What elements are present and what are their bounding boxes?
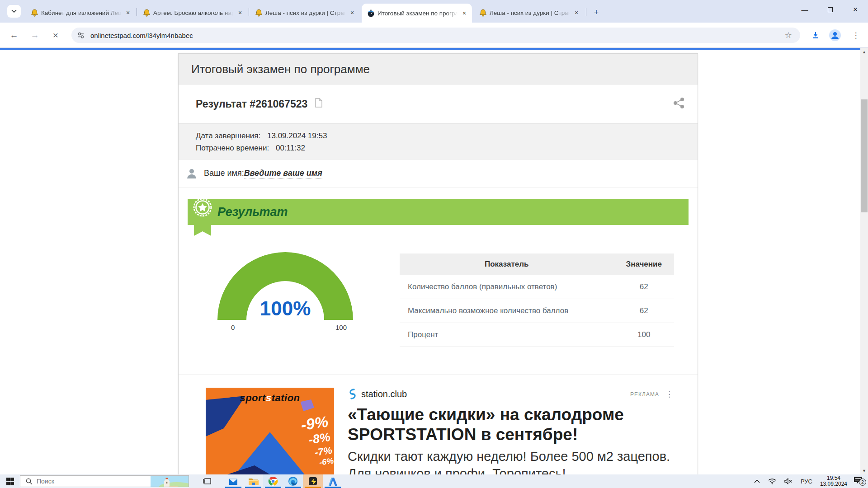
ad-headline[interactable]: «Тающие скидки» на скалодроме SPORTSTATI…: [348, 405, 624, 444]
browser-menu-button[interactable]: ⋮: [849, 28, 863, 42]
address-bar[interactable]: onlinetestpad.com/l34ylm4nbabec ☆: [71, 28, 800, 43]
back-button[interactable]: ←: [7, 28, 21, 42]
profile-avatar-icon: [829, 29, 841, 41]
window-minimize-button[interactable]: —: [792, 0, 817, 19]
finish-date-row: Дата завершения: 13.09.2024 19:53: [196, 130, 698, 142]
window-maximize-button[interactable]: [817, 0, 843, 19]
logo-part: s: [266, 392, 272, 404]
search-highlight-image[interactable]: [151, 476, 189, 487]
time-spent-value: 00:11:32: [276, 144, 305, 152]
taskbar-app-mail[interactable]: [223, 474, 243, 488]
windows-logo-icon: [6, 478, 14, 485]
tab-close-icon[interactable]: ×: [572, 9, 580, 17]
ad-headline-line: «Тающие скидки» на скалодроме: [348, 405, 624, 425]
result-number: Результат #261067523: [196, 98, 307, 110]
tab-1[interactable]: Кабинет для изложений Леша ×: [25, 5, 136, 21]
sportstation-logo: sportstation: [206, 392, 334, 404]
ad-body-text: Скидки тают каждую неделю! Более 500 м2 …: [348, 448, 670, 474]
start-button[interactable]: [0, 474, 20, 488]
taskbar-app-a[interactable]: [323, 474, 343, 488]
chevron-down-icon: [11, 9, 17, 13]
taskbar-app-edge[interactable]: [283, 474, 303, 488]
result-banner: Результат: [188, 199, 689, 225]
tray-expand-button[interactable]: [750, 474, 764, 488]
profile-button[interactable]: [828, 28, 842, 42]
task-view-button[interactable]: [197, 474, 217, 488]
downloads-button[interactable]: [809, 28, 822, 42]
row-label: Процент: [400, 330, 613, 339]
scroll-down-button[interactable]: ▼: [860, 467, 868, 474]
stop-loading-button[interactable]: ×: [49, 28, 62, 42]
person-icon: [186, 168, 198, 179]
taskbar-app-chrome[interactable]: [263, 474, 283, 488]
tab-close-icon[interactable]: ×: [460, 9, 468, 17]
browser-tabstrip: Кабинет для изложений Леша × Артем. Брос…: [0, 0, 868, 23]
table-row: Процент 100: [400, 323, 674, 347]
ad-image[interactable]: sportstation -9% -8% -7% -6% ТАЮЩИЕ СКИД…: [206, 388, 334, 474]
search-icon: [26, 478, 33, 485]
download-icon: [811, 31, 820, 40]
page-scrollbar[interactable]: ▲ ▼: [860, 48, 868, 474]
ad-headline-line: SPORTSTATION в сентябре!: [348, 425, 624, 445]
volume-button[interactable]: [780, 474, 797, 488]
ad-menu-icon[interactable]: ⋮: [665, 389, 673, 399]
webpage-viewport: Итоговый экзамен по программе Результат …: [0, 48, 868, 474]
tab-close-icon[interactable]: ×: [236, 9, 244, 17]
row-label: Максимально возможное количество баллов: [400, 306, 613, 315]
ad-body-line: Скидки тают каждую неделю! Более 500 м2 …: [348, 448, 670, 465]
maximize-icon: [828, 7, 833, 12]
windows-taskbar: РУС 19:54 13.09.2024 2: [0, 474, 868, 488]
network-button[interactable]: [764, 474, 780, 488]
gauge-min-label: 0: [231, 324, 235, 331]
taskbar-app-file-explorer[interactable]: [243, 474, 263, 488]
result-header-row: Результат #261067523: [179, 84, 698, 123]
page-top-accent-bar: [0, 48, 868, 50]
edge-icon: [288, 476, 298, 486]
chrome-icon: [268, 476, 278, 486]
bell-favicon-icon: [31, 9, 38, 17]
scrollbar-thumb[interactable]: [861, 99, 868, 212]
ad-brand-name[interactable]: station.club: [361, 389, 407, 399]
tab-title: Артем. Бросаю алкоголь нарк: [153, 9, 233, 16]
column-header-indicator: Показатель: [400, 260, 613, 269]
copy-icon: [315, 98, 323, 108]
scroll-up-button[interactable]: ▲: [860, 48, 868, 56]
forward-button[interactable]: →: [28, 28, 42, 42]
onlinetestpad-favicon-icon: [367, 9, 375, 17]
taskbar-search-box[interactable]: [20, 475, 189, 487]
row-label: Количество баллов (правильных ответов): [400, 282, 613, 291]
tab-title: Леша - псих из дурки | Страни: [490, 9, 570, 16]
action-center-button[interactable]: 2: [851, 476, 868, 486]
tab-4-active[interactable]: Итоговый экзамен по програм ×: [362, 4, 472, 23]
search-input[interactable]: [37, 478, 141, 485]
language-indicator[interactable]: РУС: [797, 474, 816, 488]
url-text[interactable]: onlinetestpad.com/l34ylm4nbabec: [90, 32, 785, 39]
copy-button[interactable]: [315, 98, 323, 110]
tab-5[interactable]: Леша - псих из дурки | Страни ×: [474, 5, 584, 21]
new-tab-button[interactable]: +: [590, 6, 602, 18]
tab-2[interactable]: Артем. Бросаю алкоголь нарк ×: [137, 5, 248, 21]
result-card: Итоговый экзамен по программе Результат …: [178, 53, 698, 474]
tab-close-icon[interactable]: ×: [348, 9, 356, 17]
taskbar-app-active-dark[interactable]: [303, 474, 323, 488]
notification-badge: 2: [859, 479, 866, 486]
ad-label-row: РЕКЛАМА ⋮: [630, 389, 673, 399]
clock[interactable]: 19:54 13.09.2024: [816, 475, 851, 487]
clock-date: 13.09.2024: [820, 481, 847, 487]
row-value: 62: [613, 282, 674, 291]
share-button[interactable]: [672, 96, 686, 112]
name-placeholder-link[interactable]: Введите ваше имя: [244, 169, 322, 178]
percent-gauge: 100% 0 100: [217, 252, 353, 338]
tab-3[interactable]: Леша - псих из дурки | Страни ×: [250, 5, 360, 21]
site-settings-icon[interactable]: [77, 31, 85, 39]
browser-toolbar: ← → × onlinetestpad.com/l34ylm4nbabec ☆ …: [0, 23, 868, 48]
wifi-icon: [768, 478, 776, 484]
tab-search-button[interactable]: [7, 5, 21, 18]
ad-brand-row: station.club: [348, 389, 407, 399]
discount-labels: -9% -8% -7% -6%: [300, 412, 334, 469]
tab-separator: [137, 8, 137, 16]
advertisement: sportstation -9% -8% -7% -6% ТАЮЩИЕ СКИД…: [179, 375, 698, 474]
tab-close-icon[interactable]: ×: [124, 9, 132, 17]
bookmark-star-icon[interactable]: ☆: [785, 30, 792, 40]
window-close-button[interactable]: ×: [843, 0, 868, 19]
